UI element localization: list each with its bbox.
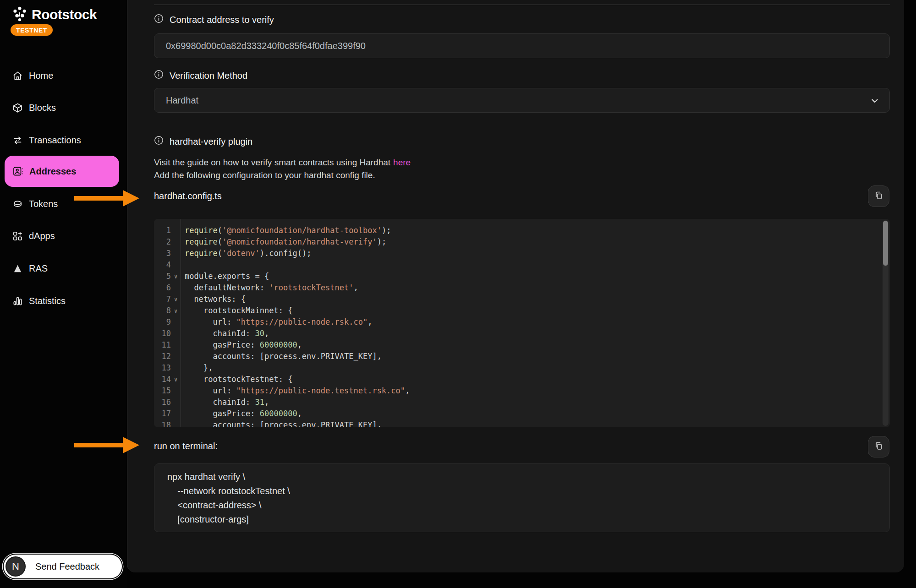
line-number: 7 — [154, 294, 171, 305]
verification-method-label-row: Verification Method — [154, 70, 247, 82]
code-text: gasPrice: 60000000, — [181, 339, 302, 351]
feedback-avatar: N — [5, 556, 26, 577]
code-text: accounts: [process.env.PRIVATE_KEY], — [181, 351, 382, 362]
code-line: 8∨ rootstockMainnet: { — [154, 305, 890, 316]
line-number: 2 — [154, 236, 171, 248]
fold-spacer — [171, 419, 181, 427]
sidebar-item-label: Blocks — [29, 103, 56, 113]
guide-link[interactable]: here — [393, 158, 411, 167]
code-text: gasPrice: 60000000, — [181, 408, 302, 419]
send-feedback-button[interactable]: N Send Feedback — [4, 555, 122, 578]
code-text — [181, 259, 185, 271]
code-text: module.exports = { — [181, 271, 269, 282]
code-line: 6 defaultNetwork: 'rootstockTestnet', — [154, 282, 890, 294]
code-text: url: "https://public-node.rsk.co", — [181, 316, 372, 328]
contract-address-label-row: Contract address to verify — [154, 14, 274, 26]
brand-logo[interactable]: Rootstock — [12, 6, 97, 23]
fold-chevron-icon[interactable]: ∨ — [171, 374, 181, 385]
sidebar-item-dapps[interactable]: dApps — [0, 225, 127, 246]
sidebar-item-statistics[interactable]: Statistics — [0, 290, 127, 311]
fold-spacer — [171, 351, 181, 362]
plugin-heading-row: hardhat-verify plugin — [154, 136, 252, 147]
feedback-label: Send Feedback — [35, 561, 99, 572]
fold-spacer — [171, 236, 181, 248]
copy-config-button[interactable] — [868, 185, 889, 207]
line-number: 5 — [154, 271, 171, 282]
apps-grid-plus-icon — [12, 231, 23, 241]
info-icon[interactable] — [154, 136, 164, 147]
page: Rootstock TESTNET Home Blocks — [0, 0, 916, 588]
code-text: chainId: 31, — [181, 397, 269, 408]
fold-spacer — [171, 397, 181, 408]
code-scrollbar-thumb[interactable] — [883, 221, 888, 266]
line-number: 8 — [154, 305, 171, 316]
code-line: 17 gasPrice: 60000000, — [154, 408, 890, 419]
fold-spacer — [171, 328, 181, 339]
verification-method-select[interactable]: Hardhat — [154, 88, 890, 113]
fold-spacer — [171, 385, 181, 397]
sidebar-item-transactions[interactable]: Transactions — [0, 130, 127, 151]
plugin-heading: hardhat-verify plugin — [170, 136, 252, 147]
testnet-badge: TESTNET — [11, 24, 53, 36]
header-divider — [154, 5, 890, 5]
line-number: 18 — [154, 419, 171, 427]
coin-icon — [12, 199, 23, 209]
line-number: 3 — [154, 248, 171, 259]
fold-chevron-icon[interactable]: ∨ — [171, 294, 181, 305]
code-text: chainId: 30, — [181, 328, 269, 339]
verification-method-label: Verification Method — [170, 71, 247, 81]
copy-icon — [874, 191, 883, 202]
code-line: 2require('@nomicfoundation/hardhat-verif… — [154, 236, 890, 248]
code-line: 13 }, — [154, 362, 890, 374]
line-number: 6 — [154, 282, 171, 294]
contract-address-input[interactable]: 0x69980d00c0a82d333240f0c85f64f0dfae399f… — [154, 33, 890, 58]
terminal-line: npx hardhat verify \ — [167, 470, 877, 484]
verification-method-value: Hardhat — [166, 95, 198, 106]
line-number: 12 — [154, 351, 171, 362]
code-text: require('@nomicfoundation/hardhat-verify… — [181, 236, 386, 248]
contact-card-icon — [12, 166, 23, 177]
code-text: defaultNetwork: 'rootstockTestnet', — [181, 282, 358, 294]
cube-icon — [12, 103, 23, 113]
code-lines: 1require('@nomicfoundation/hardhat-toolb… — [154, 219, 890, 427]
fold-spacer — [171, 248, 181, 259]
triangle-icon — [12, 263, 23, 274]
sidebar-item-addresses[interactable]: Addresses — [5, 156, 119, 187]
terminal-command-box: npx hardhat verify \ --network rootstock… — [154, 463, 890, 532]
rootstock-flower-icon — [12, 6, 27, 23]
terminal-line: --network rootstockTestnet \ — [167, 484, 877, 498]
config-instruction: Add the following configuration to your … — [154, 169, 411, 182]
info-icon[interactable] — [154, 14, 164, 26]
fold-spacer — [171, 339, 181, 351]
sidebar: Rootstock TESTNET Home Blocks — [0, 0, 127, 588]
line-number: 16 — [154, 397, 171, 408]
fold-spacer — [171, 282, 181, 294]
sidebar-item-home[interactable]: Home — [0, 65, 127, 86]
sidebar-item-blocks[interactable]: Blocks — [0, 97, 127, 118]
sidebar-item-label: Addresses — [29, 166, 76, 177]
fold-spacer — [171, 316, 181, 328]
line-number: 10 — [154, 328, 171, 339]
line-number: 14 — [154, 374, 171, 385]
code-line: 3require('dotenv').config(); — [154, 248, 890, 259]
code-line: 10 chainId: 30, — [154, 328, 890, 339]
fold-chevron-icon[interactable]: ∨ — [171, 271, 181, 282]
info-icon[interactable] — [154, 70, 164, 82]
code-scrollbar-track[interactable] — [883, 220, 889, 426]
contract-address-label: Contract address to verify — [170, 15, 274, 25]
contract-address-value: 0x69980d00c0a82d333240f0c85f64f0dfae399f… — [166, 41, 366, 51]
line-number: 1 — [154, 225, 171, 236]
terminal-heading: run on terminal: — [154, 441, 218, 452]
code-text: require('dotenv').config(); — [181, 248, 311, 259]
line-number: 17 — [154, 408, 171, 419]
fold-chevron-icon[interactable]: ∨ — [171, 305, 181, 316]
plugin-description: Visit the guide on how to verify smart c… — [154, 156, 411, 182]
fold-spacer — [171, 225, 181, 236]
copy-icon — [874, 441, 883, 452]
code-text: networks: { — [181, 294, 246, 305]
code-line: 1require('@nomicfoundation/hardhat-toolb… — [154, 225, 890, 236]
terminal-line: <contract-address> \ — [167, 498, 877, 512]
copy-terminal-button[interactable] — [868, 436, 889, 457]
sidebar-item-ras[interactable]: RAS — [0, 258, 127, 279]
code-line: 12 accounts: [process.env.PRIVATE_KEY], — [154, 351, 890, 362]
